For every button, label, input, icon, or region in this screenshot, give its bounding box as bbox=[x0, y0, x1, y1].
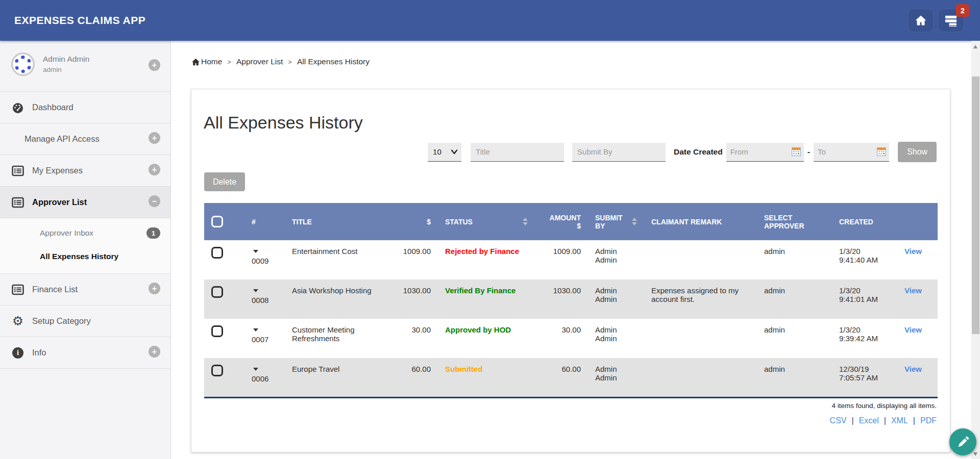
cell-created: 1/3/209:41:01 AM bbox=[832, 279, 897, 319]
cell-dollar: 1009.00 bbox=[394, 240, 438, 279]
date-from-input[interactable] bbox=[726, 143, 792, 161]
cell-submit-by: Admin Admin bbox=[588, 358, 644, 397]
table-summary: 4 items found, displaying all items. bbox=[831, 402, 937, 410]
title-filter-input[interactable] bbox=[471, 143, 564, 162]
scrollbar-thumb[interactable] bbox=[972, 76, 979, 334]
view-link[interactable]: View bbox=[904, 325, 922, 334]
view-link[interactable]: View bbox=[904, 247, 922, 256]
avatar bbox=[11, 53, 35, 76]
page: EXPENSES CLAIMS APP 2 Admin Admin admin … bbox=[0, 0, 980, 459]
sidebar-item-manage-api-access[interactable]: Manage API Access + bbox=[0, 123, 170, 155]
select-all-checkbox[interactable] bbox=[211, 216, 223, 227]
date-to-input[interactable] bbox=[814, 143, 877, 161]
notifications-button[interactable]: 2 bbox=[938, 9, 964, 32]
header-actions: 2 bbox=[908, 9, 964, 32]
expand-icon[interactable]: + bbox=[149, 164, 160, 175]
cell-dollar: 1030.00 bbox=[394, 279, 438, 319]
cell-created: 1/3/209:41:40 AM bbox=[832, 240, 897, 279]
collapse-icon[interactable]: − bbox=[149, 195, 160, 207]
show-button[interactable]: Show bbox=[898, 142, 937, 162]
breadcrumb-home[interactable]: Home bbox=[191, 57, 222, 66]
breadcrumb-approver-list[interactable]: Approver List bbox=[236, 57, 283, 66]
breadcrumb: Home > Approver List > All Expenses Hist… bbox=[191, 57, 370, 66]
sidebar-item-dashboard[interactable]: Dashboard bbox=[0, 92, 170, 123]
row-checkbox[interactable] bbox=[211, 247, 223, 259]
cell-amount: 60.00 bbox=[535, 358, 588, 397]
table-header-row: # TITLE $ STATUS AMOUNT $ SUBMIT BY bbox=[204, 203, 938, 240]
row-expand-caret-icon[interactable] bbox=[253, 368, 258, 371]
row-expand-caret-icon[interactable] bbox=[253, 289, 258, 292]
sidebar-item-all-expenses-history[interactable]: All Expenses History bbox=[0, 245, 170, 268]
home-icon bbox=[191, 58, 200, 66]
cell-approver: admin bbox=[757, 279, 832, 319]
col-header-title: TITLE bbox=[285, 203, 394, 240]
row-expand-caret-icon[interactable] bbox=[253, 250, 258, 253]
expenses-table: # TITLE $ STATUS AMOUNT $ SUBMIT BY bbox=[204, 203, 938, 398]
sidebar-item-setup-category[interactable]: ⚙ Setup Category bbox=[0, 305, 170, 337]
sidebar-item-approver-inbox[interactable]: Approver Inbox 1 bbox=[0, 221, 170, 245]
calendar-icon[interactable] bbox=[877, 147, 886, 156]
export-xml-link[interactable]: XML bbox=[891, 416, 908, 425]
col-header-created: CREATED bbox=[832, 203, 897, 240]
scroll-up-arrow-icon[interactable] bbox=[973, 45, 977, 48]
col-header-num: # bbox=[244, 203, 285, 240]
cell-title: Europe Travel bbox=[285, 358, 394, 397]
cell-created: 12/30/197:05:57 AM bbox=[832, 358, 897, 397]
breadcrumb-separator: > bbox=[227, 58, 231, 66]
scroll-down-arrow-icon[interactable] bbox=[973, 452, 977, 456]
delete-button[interactable]: Delete bbox=[204, 172, 245, 191]
profile-expand-button[interactable]: + bbox=[149, 59, 160, 71]
view-link[interactable]: View bbox=[904, 286, 922, 295]
app-title: EXPENSES CLAIMS APP bbox=[14, 0, 145, 41]
cell-dollar: 30.00 bbox=[394, 319, 438, 358]
page-size-select[interactable]: 10 bbox=[428, 143, 461, 162]
status-badge: Rejected by Finance bbox=[438, 240, 535, 279]
row-expand-caret-icon[interactable] bbox=[253, 328, 258, 332]
sidebar-item-my-expenses[interactable]: My Expenses + bbox=[0, 155, 170, 187]
status-badge: Verified By Finance bbox=[438, 279, 535, 319]
list-icon bbox=[11, 165, 24, 177]
list-icon bbox=[11, 196, 24, 209]
row-checkbox[interactable] bbox=[211, 325, 223, 337]
cell-approver: admin bbox=[757, 240, 832, 279]
view-link[interactable]: View bbox=[904, 365, 922, 373]
status-badge: Submitted bbox=[438, 358, 535, 397]
profile-username: admin bbox=[43, 66, 89, 73]
col-header-submit-by[interactable]: SUBMIT BY bbox=[588, 203, 644, 240]
app-header: EXPENSES CLAIMS APP 2 bbox=[0, 0, 980, 41]
cell-created: 1/3/209:39:42 AM bbox=[832, 319, 897, 358]
gauge-icon bbox=[11, 101, 24, 114]
export-excel-link[interactable]: Excel bbox=[859, 416, 879, 425]
filter-row: 10 Date Created - Show bbox=[428, 142, 937, 162]
sort-icon bbox=[632, 218, 637, 225]
gear-icon: ⚙ bbox=[11, 315, 24, 327]
vertical-scrollbar[interactable] bbox=[971, 41, 980, 459]
cell-remark bbox=[644, 240, 757, 279]
home-button[interactable] bbox=[908, 9, 934, 32]
date-created-label: Date Created bbox=[674, 147, 723, 157]
content-card: All Expenses History 10 Date Created - S… bbox=[191, 89, 950, 452]
sidebar-item-approver-list[interactable]: Approver List − bbox=[0, 187, 170, 218]
home-icon bbox=[915, 14, 927, 27]
profile-name: Admin Admin bbox=[43, 55, 89, 64]
row-checkbox[interactable] bbox=[211, 286, 223, 298]
expand-icon[interactable]: + bbox=[149, 346, 160, 358]
expand-icon[interactable]: + bbox=[149, 132, 160, 144]
expand-icon[interactable]: + bbox=[149, 283, 160, 294]
submit-by-filter-input[interactable] bbox=[572, 143, 666, 162]
export-pdf-link[interactable]: PDF bbox=[920, 416, 937, 425]
row-checkbox[interactable] bbox=[211, 365, 223, 376]
calendar-icon[interactable] bbox=[792, 147, 801, 156]
cell-approver: admin bbox=[757, 358, 832, 397]
export-csv-link[interactable]: CSV bbox=[830, 416, 847, 425]
list-icon bbox=[11, 284, 24, 296]
cell-remark bbox=[644, 358, 757, 397]
col-header-status[interactable]: STATUS bbox=[438, 203, 535, 240]
cell-remark: Expenses assigned to my account first. bbox=[644, 279, 757, 319]
pencil-icon bbox=[957, 436, 970, 449]
sidebar-item-finance-list[interactable]: Finance List + bbox=[0, 274, 170, 305]
sidebar-item-info[interactable]: i Info + bbox=[0, 337, 170, 369]
page-size-select-wrap: 10 bbox=[428, 143, 461, 162]
edit-fab-button[interactable] bbox=[949, 428, 976, 455]
cell-approver: admin bbox=[757, 319, 832, 358]
